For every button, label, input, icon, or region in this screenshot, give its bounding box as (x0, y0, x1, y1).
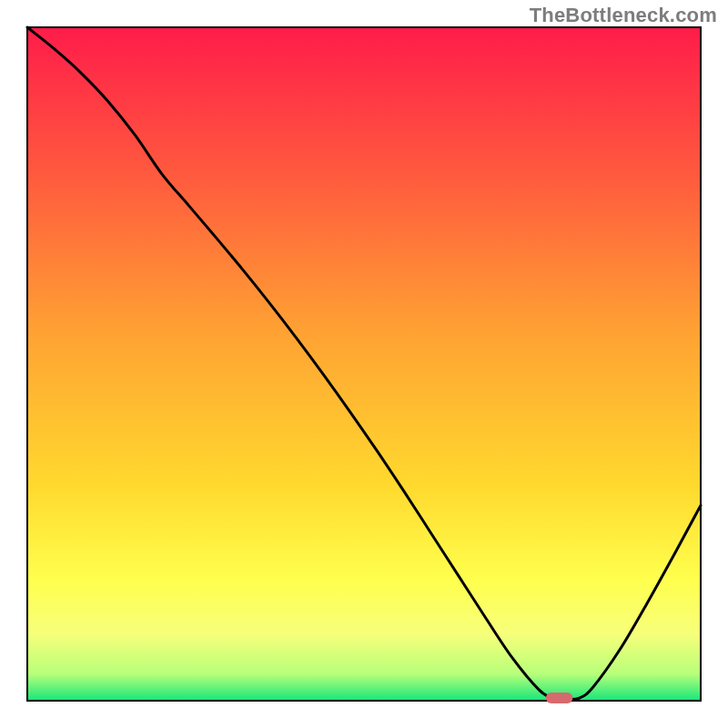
optimal-marker (546, 693, 573, 703)
chart-stage: TheBottleneck.com (0, 0, 728, 728)
bottleneck-chart (0, 0, 728, 728)
